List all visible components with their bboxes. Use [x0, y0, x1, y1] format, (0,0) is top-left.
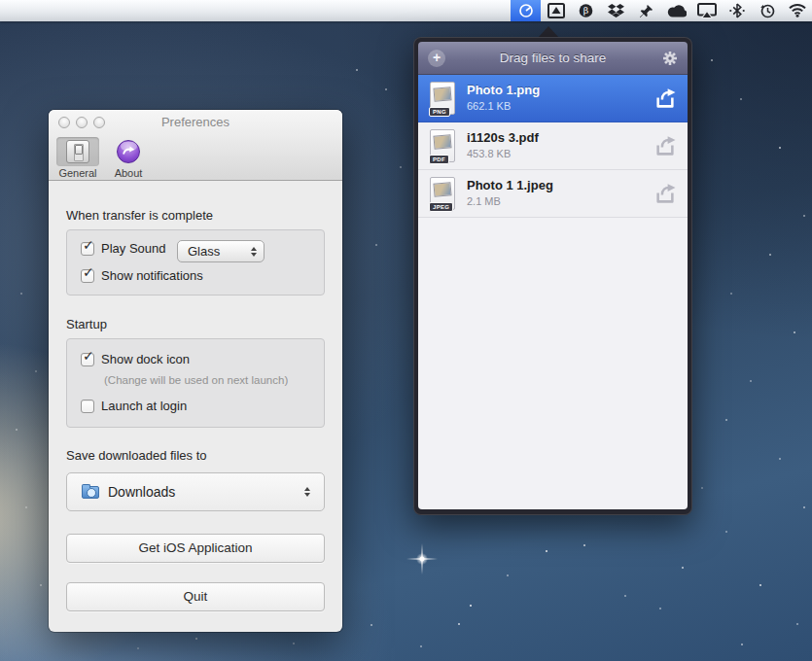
file-size: 453.8 KB — [467, 148, 511, 159]
bright-star — [416, 553, 428, 565]
downloads-folder-icon — [82, 486, 99, 499]
file-name: i1120s 3.pdf — [467, 130, 539, 145]
tab-about[interactable]: About — [105, 137, 152, 179]
popover-header: + Drag files to share — [418, 42, 688, 75]
share-icon[interactable] — [653, 136, 677, 157]
droplr-app-icon[interactable] — [511, 0, 541, 21]
play-sound-checkbox[interactable]: ✓ — [81, 242, 94, 256]
popover-panel: + Drag files to share PNG Photo 1.png 66… — [413, 37, 692, 515]
launch-at-login-label: Launch at login — [101, 399, 187, 413]
pin-icon[interactable] — [631, 0, 661, 21]
pdf-file-icon: PDF — [429, 128, 456, 164]
dropbox-icon[interactable] — [601, 0, 631, 21]
quit-button[interactable]: Quit — [66, 582, 325, 611]
svg-text:β: β — [583, 5, 589, 16]
tab-general-label: General — [54, 167, 101, 179]
zoom-button[interactable] — [93, 117, 105, 128]
show-dock-icon-checkbox[interactable]: ✓ — [81, 353, 94, 366]
sound-select-value: Glass — [188, 241, 220, 261]
close-button[interactable] — [58, 117, 70, 128]
jpeg-file-icon: JPEG — [429, 176, 456, 212]
airplay-icon[interactable] — [691, 0, 722, 21]
file-row-i1120s-3-pdf[interactable]: PDF i1120s 3.pdf 453.8 KB — [418, 122, 688, 170]
menu-bar: β — [0, 0, 812, 21]
cloud-icon[interactable] — [661, 0, 691, 21]
upload-box-icon[interactable] — [541, 0, 571, 21]
check-icon: ✓ — [83, 237, 94, 253]
file-type-badge: PNG — [429, 107, 450, 117]
startup-group-box: ✓ Show dock icon (Change will be used on… — [66, 338, 325, 428]
file-size: 662.1 KB — [467, 100, 511, 112]
show-notifications-checkbox[interactable]: ✓ — [81, 269, 94, 283]
preferences-window: Preferences General About When transfer … — [49, 110, 342, 632]
menu-bar-status-icons: β — [511, 0, 812, 21]
share-icon[interactable] — [653, 88, 677, 109]
wifi-icon[interactable] — [782, 0, 812, 21]
file-list: PNG Photo 1.png 662.1 KB PDF i1120s 3.pd… — [418, 75, 688, 509]
save-folder-value: Downloads — [108, 473, 175, 510]
get-ios-application-button[interactable]: Get iOS Application — [66, 534, 325, 563]
dock-icon-note: (Change will be used on next launch) — [104, 374, 288, 386]
check-icon: ✓ — [83, 348, 94, 364]
play-sound-label: Play Sound — [101, 241, 166, 256]
check-icon: ✓ — [83, 264, 94, 280]
save-section-heading: Save downloaded files to — [66, 448, 207, 463]
updown-arrows-icon — [304, 487, 310, 497]
file-name: Photo 1.png — [467, 83, 540, 97]
tab-about-label: About — [105, 167, 152, 179]
startup-section-heading: Startup — [66, 317, 107, 331]
file-type-badge: JPEG — [429, 202, 453, 212]
settings-gear-icon[interactable] — [662, 51, 678, 66]
save-folder-select[interactable]: Downloads — [66, 472, 325, 511]
minimize-button[interactable] — [76, 117, 88, 128]
share-popover: + Drag files to share PNG Photo 1.png 66… — [413, 26, 692, 515]
beta-icon[interactable]: β — [571, 0, 601, 21]
png-file-icon: PNG — [429, 81, 456, 117]
bluetooth-icon[interactable] — [722, 0, 752, 21]
tab-general[interactable]: General — [54, 137, 101, 179]
title-bar[interactable]: Preferences — [49, 110, 342, 135]
transfer-group-box: ✓ Play Sound Glass ✓ Show notifications — [66, 229, 325, 296]
file-row-photo-1-1-jpeg[interactable]: JPEG Photo 1 1.jpeg 2.1 MB — [418, 170, 688, 218]
file-name: Photo 1 1.jpeg — [467, 178, 553, 192]
sound-select[interactable]: Glass — [177, 240, 265, 262]
time-machine-icon[interactable] — [752, 0, 782, 21]
preferences-toolbar: General About — [49, 135, 342, 181]
switch-icon — [66, 140, 89, 163]
popover-title: Drag files to share — [418, 42, 688, 75]
launch-at-login-checkbox[interactable]: ✓ — [81, 400, 94, 413]
show-dock-icon-label: Show dock icon — [101, 352, 190, 366]
updown-arrows-icon — [251, 247, 257, 257]
add-file-button[interactable]: + — [428, 50, 445, 67]
file-size: 2.1 MB — [467, 195, 501, 207]
share-icon[interactable] — [653, 184, 677, 204]
transfer-section-heading: When transfer is complete — [66, 208, 213, 223]
show-notifications-label: Show notifications — [101, 268, 203, 283]
file-row-photo-1-png[interactable]: PNG Photo 1.png 662.1 KB — [418, 75, 688, 122]
file-type-badge: PDF — [429, 155, 449, 164]
about-app-icon — [117, 140, 140, 163]
